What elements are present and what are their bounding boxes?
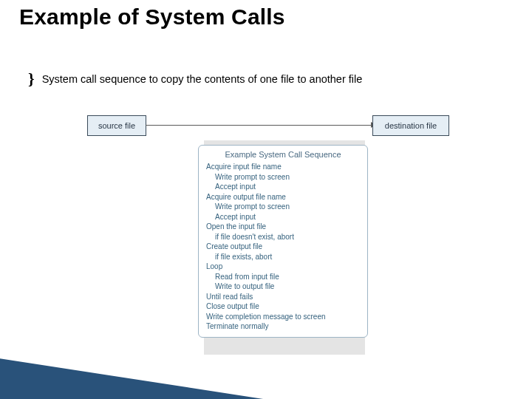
sequence-step: Write completion message to screen — [206, 312, 360, 322]
sequence-step: Close output file — [206, 301, 360, 312]
sequence-step: Write to output file — [206, 282, 360, 292]
slide: Example of System Calls } System call se… — [0, 0, 532, 399]
page-title: Example of System Calls — [19, 4, 285, 30]
sequence-step: Acquire output file name — [206, 192, 360, 202]
sequence-step: Open the input file — [206, 222, 360, 232]
sequence-box: Example System Call Sequence Acquire inp… — [198, 145, 368, 338]
bullet-item: } System call sequence to copy the conte… — [28, 71, 362, 87]
bullet-glyph-icon: } — [28, 71, 35, 87]
sequence-heading: Example System Call Sequence — [206, 150, 360, 159]
sequence-step: Write prompt to screen — [206, 172, 360, 183]
source-file-box: source file — [87, 115, 146, 136]
sequence-step: if file doesn't exist, abort — [206, 232, 360, 242]
sequence-step: Until read fails — [206, 292, 360, 302]
arrow-icon — [146, 125, 372, 126]
sequence-step: Accept input — [206, 182, 360, 192]
sequence-step: Read from input file — [206, 272, 360, 282]
sequence-step: Create output file — [206, 242, 360, 252]
bullet-text: System call sequence to copy the content… — [42, 73, 363, 85]
sequence-list: Acquire input file nameWrite prompt to s… — [206, 162, 360, 332]
accent-triangle — [0, 326, 265, 399]
sequence-step: Acquire input file name — [206, 162, 360, 172]
sequence-step: Loop — [206, 262, 360, 272]
sequence-step: Accept input — [206, 212, 360, 222]
sequence-step: Write prompt to screen — [206, 202, 360, 212]
destination-file-box: destination file — [372, 115, 449, 136]
sequence-step: if file exists, abort — [206, 252, 360, 262]
